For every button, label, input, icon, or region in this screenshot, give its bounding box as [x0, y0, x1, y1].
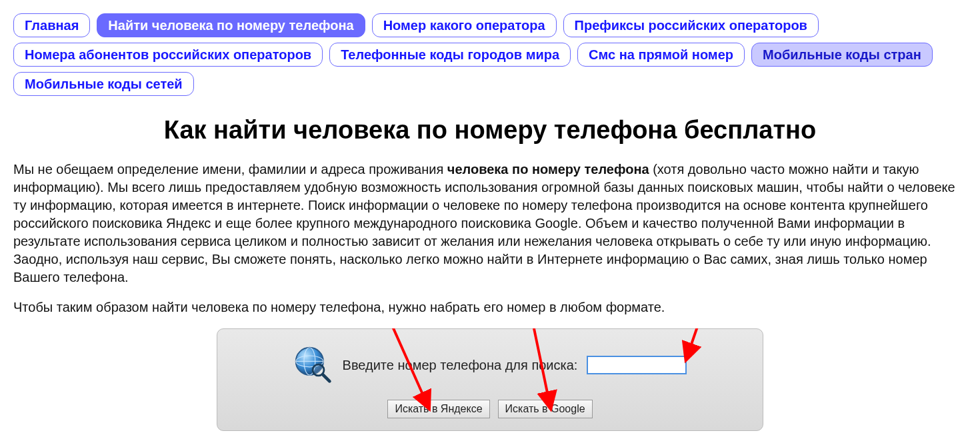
intro-paragraph-1: Мы не обещаем определение имени, фамилии… — [13, 161, 967, 286]
svg-line-8 — [323, 374, 329, 381]
nav-link-1[interactable]: Найти человека по номеру телефона — [97, 13, 365, 37]
nav-link-5[interactable]: Телефонные коды городов мира — [329, 43, 571, 67]
search-panel-row-1: Введите номер телефона для поиска: — [231, 345, 749, 385]
search-panel-wrap: Введите номер телефона для поиска: Искат… — [13, 328, 967, 431]
search-panel-row-2: Искать в Яндексе Искать в Google — [231, 400, 749, 418]
nav-link-7[interactable]: Мобильные коды стран — [751, 43, 933, 67]
nav-link-0[interactable]: Главная — [13, 13, 90, 37]
nav-link-3[interactable]: Префиксы российских операторов — [563, 13, 819, 37]
nav-link-8[interactable]: Мобильные коды сетей — [13, 72, 194, 96]
search-panel: Введите номер телефона для поиска: Искат… — [217, 328, 763, 431]
para1-bold: человека по номеру телефона — [447, 162, 649, 177]
search-google-button[interactable]: Искать в Google — [498, 400, 593, 418]
para1-pre: Мы не обещаем определение имени, фамилии… — [13, 162, 447, 177]
globe-search-icon — [293, 345, 333, 385]
intro-paragraph-2: Чтобы таким образом найти человека по но… — [13, 298, 967, 316]
search-yandex-button[interactable]: Искать в Яндексе — [387, 400, 489, 418]
para1-post: (хотя довольно часто можно найти и такую… — [13, 162, 955, 284]
nav-link-2[interactable]: Номер какого оператора — [372, 13, 557, 37]
page-title: Как найти человека по номеру телефона бе… — [13, 116, 967, 145]
top-nav: ГлавнаяНайти человека по номеру телефона… — [13, 13, 967, 96]
nav-link-6[interactable]: Смс на прямой номер — [577, 43, 745, 67]
nav-link-4[interactable]: Номера абонентов российских операторов — [13, 43, 323, 67]
search-label: Введите номер телефона для поиска: — [343, 358, 578, 373]
phone-input[interactable] — [587, 356, 687, 374]
